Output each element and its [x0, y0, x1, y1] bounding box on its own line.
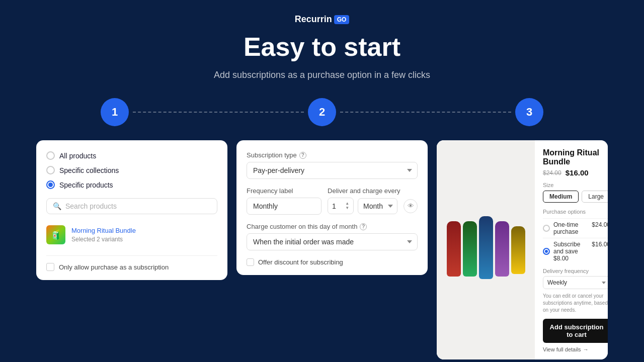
radio-products-label: Specific products: [59, 181, 113, 189]
bottle-3: [479, 216, 493, 279]
bottle-1: [447, 221, 461, 277]
main-title: Easy to start: [244, 33, 400, 61]
view-details-link[interactable]: View full details →: [543, 346, 608, 352]
bottles-container: [441, 211, 531, 289]
product-details: Morning Ritual Bundle $24.00 $16.00 Size…: [535, 140, 608, 359]
steps-row: 1 2 3: [0, 98, 644, 126]
purchase-option-onetime[interactable]: One-time purchase $24.00: [543, 218, 608, 238]
option-price-subscribe: $16.00: [592, 241, 608, 248]
arrow-right-icon: →: [583, 346, 589, 352]
radio-inner-products: [48, 183, 53, 187]
frequency-row: Frequency label Deliver and charge every…: [247, 187, 418, 215]
size-buttons: Medium Large: [543, 191, 608, 203]
stepper-down-icon[interactable]: ▼: [345, 206, 349, 210]
product-info: Morning Ritual Bundle Selected 2 variant…: [71, 227, 136, 243]
charge-help-icon[interactable]: ?: [360, 223, 367, 230]
freq-number-box: 1 ▲ ▼: [328, 198, 354, 214]
step-line-2: [340, 112, 511, 113]
only-subscription-label: Only allow purchase as a subscription: [59, 263, 169, 271]
charge-select[interactable]: When the initial order was made: [247, 233, 418, 250]
checkbox-box-only: [46, 263, 54, 271]
purchase-option-subscribe[interactable]: Subscribe and save $8.00 $16.00: [543, 238, 608, 264]
deliver-label: Deliver and charge every: [328, 187, 418, 195]
purchase-options-label: Purchase options: [543, 209, 608, 215]
card-2: Subscription type ? Pay-per-delivery Fre…: [236, 140, 428, 275]
size-large-btn[interactable]: Large: [582, 191, 608, 203]
logo-text: Recurrin: [295, 14, 332, 25]
cards-row: All products Specific collections Specif…: [0, 140, 644, 359]
stepper-arrows[interactable]: ▲ ▼: [345, 202, 349, 210]
frequency-label-col: Frequency label: [247, 187, 321, 215]
subscription-type-select[interactable]: Pay-per-delivery: [247, 162, 418, 179]
subscription-type-label: Subscription type ?: [247, 151, 418, 159]
product-image-section: [437, 140, 535, 359]
step-2-circle: 2: [308, 98, 336, 126]
product-variants: Selected 2 variants: [71, 236, 136, 243]
frequency-input[interactable]: [247, 198, 321, 215]
search-placeholder: Search products: [65, 202, 117, 210]
weekly-select[interactable]: Weekly: [543, 276, 608, 289]
deliver-period-select[interactable]: Month: [358, 198, 397, 214]
header: Recurrin GO Easy to start Add subscripti…: [0, 0, 644, 82]
card-3: Morning Ritual Bundle $24.00 $16.00 Size…: [437, 140, 608, 359]
option-name-subscribe: Subscribe and save $8.00: [553, 241, 592, 262]
search-box[interactable]: 🔍 Search products: [46, 198, 217, 214]
option-left-subscribe: Subscribe and save $8.00: [543, 241, 592, 262]
offer-discount-checkbox[interactable]: Offer discount for subscribing: [247, 258, 418, 266]
radio-circle-all: [46, 151, 55, 160]
product-thumb: 🧃: [46, 225, 65, 244]
price-new: $16.00: [566, 168, 589, 177]
radio-circle-collections: [46, 166, 55, 174]
radio-all-products[interactable]: All products: [46, 151, 217, 160]
frequency-label: Frequency label: [247, 187, 321, 195]
logo-badge: GO: [334, 15, 350, 24]
radio-specific-products[interactable]: Specific products: [46, 180, 217, 189]
deliver-col: Deliver and charge every 1 ▲ ▼ Month 👁: [328, 187, 418, 215]
only-subscription-checkbox[interactable]: Only allow purchase as a subscription: [46, 263, 217, 271]
product-preview: Morning Ritual Bundle $24.00 $16.00 Size…: [437, 140, 608, 359]
option-price-onetime: $24.00: [592, 221, 608, 228]
price-old: $24.00: [543, 169, 561, 176]
size-label: Size: [543, 182, 608, 188]
search-icon: 🔍: [53, 202, 61, 210]
option-left-onetime: One-time purchase: [543, 221, 592, 235]
option-radio-onetime: [543, 225, 550, 232]
subscription-type-help-icon[interactable]: ?: [299, 152, 306, 159]
freq-input-row: 1 ▲ ▼ Month 👁: [328, 198, 418, 214]
step-3-circle: 3: [515, 98, 543, 126]
charge-label: Charge customer on this day of month ?: [247, 223, 418, 230]
stepper-up-icon[interactable]: ▲: [345, 202, 349, 206]
radio-all-label: All products: [59, 152, 96, 160]
product-item: 🧃 Morning Ritual Bundle Selected 2 varia…: [46, 221, 217, 248]
subtitle: Add subscriptions as a purchase option i…: [214, 68, 430, 82]
bottle-5: [511, 226, 525, 274]
sub-note: You can edit or cancel your subscription…: [543, 293, 608, 314]
price-row: $24.00 $16.00: [543, 168, 608, 177]
logo: Recurrin GO: [295, 14, 350, 25]
radio-circle-products: [46, 180, 55, 189]
bottle-4: [495, 221, 509, 277]
card-1: All products Specific collections Specif…: [36, 140, 227, 280]
option-radio-subscribe: [543, 248, 550, 255]
radio-collections-label: Specific collections: [59, 166, 119, 174]
size-medium-btn[interactable]: Medium: [543, 191, 579, 203]
step-line-1: [133, 112, 304, 113]
step-1-circle: 1: [101, 98, 129, 126]
radio-group: All products Specific collections Specif…: [46, 151, 217, 189]
offer-discount-label: Offer discount for subscribing: [258, 258, 343, 266]
eye-icon[interactable]: 👁: [404, 199, 418, 213]
bottle-2: [463, 221, 477, 277]
divider-1: [46, 255, 217, 256]
product-link[interactable]: Morning Ritual Bundle: [71, 227, 136, 234]
product-title-main: Morning Ritual Bundle: [543, 148, 608, 166]
add-to-cart-button[interactable]: Add subscription to cart: [543, 319, 608, 343]
offer-discount-box: [247, 258, 254, 266]
delivery-freq-label: Delivery frequency: [543, 268, 608, 274]
radio-specific-collections[interactable]: Specific collections: [46, 166, 217, 174]
option-name-onetime: One-time purchase: [553, 221, 592, 235]
